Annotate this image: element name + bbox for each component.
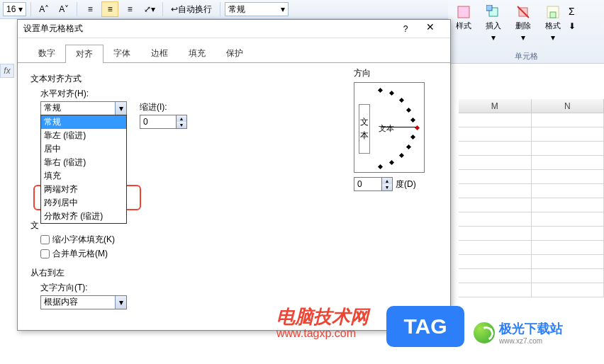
tab-font[interactable]: 字体 <box>103 44 141 62</box>
style-icon <box>457 5 471 19</box>
indent-input[interactable] <box>140 115 176 128</box>
wrap-text-label: 自动换行 <box>178 4 212 16</box>
number-format-combo[interactable]: 常规 ▾ <box>225 2 289 16</box>
align-top-icon[interactable]: ≡ <box>82 1 99 17</box>
sigma-area: Σ ⬇ <box>569 1 583 31</box>
chevron-down-icon: ▾ <box>281 4 285 14</box>
orientation-group: 方向 文 本 文本 <box>354 67 433 191</box>
help-button[interactable]: ? <box>395 24 416 34</box>
insert-label: 插入 <box>486 21 501 31</box>
text-direction-value: 根据内容 <box>44 297 78 307</box>
chevron-down-icon: ▾ <box>551 33 555 42</box>
fill-down-icon[interactable]: ⬇ <box>569 21 583 31</box>
h-align-option[interactable]: 靠左 (缩进) <box>41 129 126 142</box>
alignment-panel: 文本对齐方式 水平对齐(H): 常规 ▾ 常规 靠左 (缩进) 居中 靠右 (缩… <box>18 63 450 325</box>
close-button[interactable]: ✕ <box>416 21 444 37</box>
orientation-icon[interactable]: ⤢▾ <box>141 1 158 17</box>
h-align-option[interactable]: 靠右 (缩进) <box>41 156 126 169</box>
chevron-down-icon: ▾ <box>521 33 525 42</box>
text-direction-combo[interactable]: 根据内容 ▾ <box>40 295 127 309</box>
degree-input[interactable] <box>354 178 381 190</box>
h-align-value: 常规 <box>44 103 61 113</box>
insert-icon <box>486 5 500 19</box>
autosum-icon[interactable]: Σ <box>569 6 575 17</box>
align-middle-icon[interactable]: ≡ <box>101 1 118 17</box>
dialog-titlebar: 设置单元格格式 ? ✕ <box>18 20 450 38</box>
watermark-url: www.tagxp.com <box>276 327 356 340</box>
font-size-value: 16 <box>6 4 16 14</box>
style-button[interactable]: 样式 <box>449 1 478 48</box>
chevron-down-icon: ▾ <box>491 33 496 42</box>
shrink-to-fit-checkbox[interactable]: 缩小字体填充(K) <box>40 234 437 246</box>
chevron-down-icon: ▾ <box>18 4 23 14</box>
orientation-label: 方向 <box>354 67 433 79</box>
tag-badge: TAG <box>386 306 464 347</box>
svg-rect-6 <box>550 12 556 18</box>
indent-label: 缩进(I): <box>140 101 187 113</box>
style-label: 样式 <box>456 21 471 31</box>
cells-group-label: 单元格 <box>515 51 538 62</box>
dial-indicator <box>381 127 417 127</box>
format-cells-dialog: 设置单元格格式 ? ✕ 数字 对齐 字体 边框 填充 保护 文本对齐方式 水平对… <box>17 19 451 331</box>
spin-down-icon[interactable]: ▼ <box>177 122 186 128</box>
orientation-dial[interactable]: 文 本 文本 <box>354 82 425 173</box>
h-align-option[interactable]: 常规 <box>41 115 126 129</box>
font-size-combo[interactable]: 16 ▾ <box>3 2 26 16</box>
checkbox-input[interactable] <box>40 235 50 244</box>
jg-logo-icon <box>474 322 495 343</box>
jg-watermark: 极光下载站 www.xz7.com <box>474 320 563 345</box>
column-headers: M N <box>459 99 604 113</box>
dial-text: 文本 <box>379 123 394 134</box>
delete-label: 删除 <box>515 21 531 31</box>
insert-button[interactable]: 插入 ▾ <box>479 1 508 48</box>
h-align-option[interactable]: 跨列居中 <box>41 196 126 210</box>
h-align-option[interactable]: 居中 <box>41 142 126 156</box>
tab-fill[interactable]: 填充 <box>178 44 216 62</box>
format-icon <box>546 5 560 19</box>
text-control-label-partial: 文 <box>30 220 39 230</box>
increase-font-icon[interactable]: A˄ <box>35 1 52 17</box>
degree-spinner[interactable]: ▲▼ <box>354 177 393 191</box>
h-align-dropdown: 常规 靠左 (缩进) 居中 靠右 (缩进) 填充 两端对齐 跨列居中 分散对齐 … <box>40 115 127 224</box>
spin-up-icon[interactable]: ▲ <box>177 115 186 122</box>
dialog-tabs: 数字 对齐 字体 边框 填充 保护 <box>18 38 450 63</box>
merge-cells-checkbox[interactable]: 合并单元格(M) <box>40 248 437 260</box>
vertical-text-button[interactable]: 文 本 <box>359 104 370 154</box>
degree-label: 度(D) <box>396 178 416 190</box>
jg-url: www.xz7.com <box>499 337 563 345</box>
dialog-title: 设置单元格格式 <box>23 23 395 35</box>
dial-handle[interactable] <box>415 125 420 130</box>
fx-label[interactable]: fx <box>0 64 14 78</box>
wrap-text-button[interactable]: ↩ 自动换行 <box>167 1 216 17</box>
tab-number[interactable]: 数字 <box>28 44 66 62</box>
shrink-label: 缩小字体填充(K) <box>52 234 115 246</box>
indent-spinner[interactable]: ▲▼ <box>140 115 187 129</box>
jg-name: 极光下载站 <box>499 320 563 337</box>
wrap-text-icon: ↩ <box>171 4 178 14</box>
tab-alignment[interactable]: 对齐 <box>65 45 104 63</box>
spin-up-icon[interactable]: ▲ <box>382 178 392 184</box>
svg-rect-2 <box>486 5 492 11</box>
h-align-option[interactable]: 两端对齐 <box>41 183 126 196</box>
checkbox-input[interactable] <box>40 249 50 258</box>
merge-label: 合并单元格(M) <box>52 248 108 260</box>
tab-protection[interactable]: 保护 <box>216 44 254 62</box>
rtl-label: 从右到左 <box>30 267 437 279</box>
ribbon-cells-group: 样式 插入 ▾ 删除 ▾ 格式 ▾ Σ ⬇ 单元格 <box>448 0 604 64</box>
text-direction-label: 文字方向(T): <box>40 282 437 294</box>
align-bottom-icon[interactable]: ≡ <box>121 1 138 17</box>
svg-rect-0 <box>458 6 469 18</box>
col-header[interactable]: N <box>532 99 605 113</box>
h-align-option[interactable]: 分散对齐 (缩进) <box>41 210 126 223</box>
col-header[interactable]: M <box>459 99 532 113</box>
h-align-combo[interactable]: 常规 ▾ <box>40 101 127 115</box>
delete-button[interactable]: 删除 ▾ <box>509 1 537 48</box>
decrease-font-icon[interactable]: A˅ <box>55 1 72 17</box>
spin-down-icon[interactable]: ▼ <box>382 184 392 190</box>
number-format-value: 常规 <box>228 4 245 16</box>
watermark-title: 电脑技术网 <box>276 305 369 329</box>
tab-border[interactable]: 边框 <box>140 44 179 62</box>
format-button[interactable]: 格式 ▾ <box>539 1 567 48</box>
chevron-down-icon: ▾ <box>115 102 126 115</box>
h-align-option[interactable]: 填充 <box>41 169 126 183</box>
